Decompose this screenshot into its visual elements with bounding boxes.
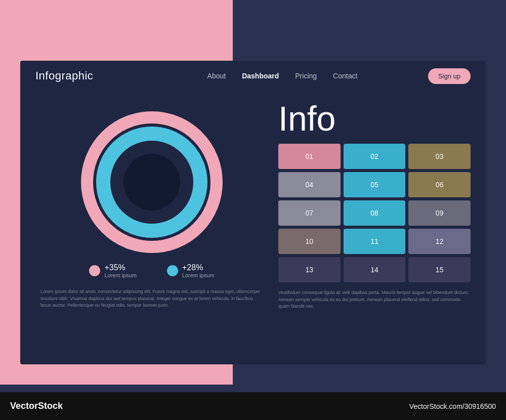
navbar: Infographic About Dashboard Pricing Cont…: [20, 61, 486, 91]
nav-pricing[interactable]: Pricing: [295, 72, 317, 80]
grid-cell-07[interactable]: 07: [278, 200, 341, 226]
nav-contact[interactable]: Contact: [333, 72, 357, 80]
grid-cell-01[interactable]: 01: [278, 144, 341, 169]
legend-dot-blue: [167, 265, 178, 276]
nav-about[interactable]: About: [207, 72, 226, 80]
legend-label-blue: Lorem ipsum: [182, 272, 215, 278]
chart-legend: +35% Lorem ipsum +28% Lorem ipsum: [89, 263, 214, 278]
footer-logo-right: VectorStock.com/30916500: [409, 402, 496, 410]
donut-chart: [81, 111, 223, 253]
legend-pct-blue: +28%: [182, 263, 215, 272]
grid-cell-13[interactable]: 13: [278, 257, 341, 282]
legend-label-pink: Lorem ipsum: [104, 272, 137, 278]
grid-cell-14[interactable]: 14: [344, 257, 406, 282]
right-panel: Info 010203040506070809101112131415 Vest…: [268, 101, 471, 354]
footer-logo-left: VectorStock: [10, 401, 63, 411]
signup-button[interactable]: Sign up: [428, 68, 471, 84]
legend-item-pink: +35% Lorem ipsum: [89, 263, 137, 278]
grid-cell-04[interactable]: 04: [278, 172, 341, 197]
grid-cell-05[interactable]: 05: [344, 172, 406, 197]
info-title: Info: [278, 101, 471, 136]
nav-dashboard[interactable]: Dashboard: [242, 72, 279, 80]
legend-dot-pink: [89, 265, 100, 276]
nav-links: About Dashboard Pricing Contact: [137, 72, 428, 80]
donut-svg: [81, 111, 223, 253]
content-area: +35% Lorem ipsum +28% Lorem ipsum Lorem …: [20, 91, 486, 364]
grid-cell-03[interactable]: 03: [408, 144, 471, 169]
left-panel: +35% Lorem ipsum +28% Lorem ipsum Lorem …: [35, 101, 268, 354]
nav-logo: Infographic: [35, 69, 137, 82]
grid-cell-06[interactable]: 06: [408, 172, 471, 197]
legend-pct-pink: +35%: [104, 263, 137, 272]
legend-text-pink: +35% Lorem ipsum: [104, 263, 137, 278]
main-card: Infographic About Dashboard Pricing Cont…: [20, 61, 486, 364]
info-grid: 010203040506070809101112131415: [278, 144, 471, 282]
grid-cell-09[interactable]: 09: [408, 200, 471, 226]
grid-cell-11[interactable]: 11: [344, 229, 406, 254]
grid-cell-02[interactable]: 02: [344, 144, 406, 169]
legend-text-blue: +28% Lorem ipsum: [182, 263, 215, 278]
legend-item-blue: +28% Lorem ipsum: [167, 263, 215, 278]
right-description: Vestibulum consequat ligula ac velit dap…: [278, 289, 471, 310]
svg-point-3: [123, 154, 180, 211]
grid-cell-12[interactable]: 12: [408, 229, 471, 254]
grid-cell-10[interactable]: 10: [278, 229, 341, 254]
grid-cell-15[interactable]: 15: [408, 257, 471, 282]
grid-cell-08[interactable]: 08: [344, 200, 406, 226]
left-description: Lorem ipsum dolor sit amet, consectetur …: [35, 288, 268, 309]
footer-bar: VectorStock VectorStock.com/30916500: [0, 392, 506, 420]
